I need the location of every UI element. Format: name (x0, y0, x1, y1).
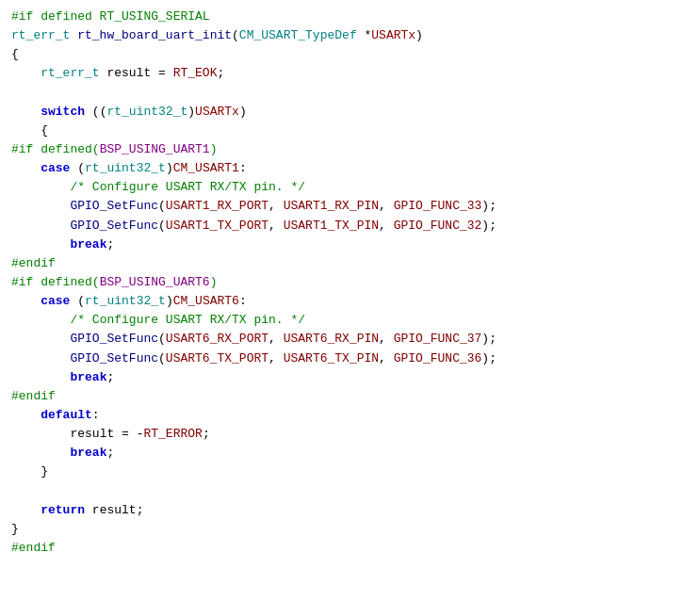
code-token: , (269, 332, 284, 346)
code-token (11, 294, 41, 308)
code-token: ) (187, 105, 195, 119)
code-line: rt_err_t rt_hw_board_uart_init(CM_USART_… (0, 26, 700, 45)
code-token: result = (100, 66, 173, 80)
code-token (11, 351, 70, 365)
code-line: GPIO_SetFunc(USART1_TX_PORT, USART1_TX_P… (0, 217, 700, 236)
code-token: { (11, 47, 19, 61)
code-token: GPIO_SetFunc (70, 199, 158, 213)
code-line: #endif (0, 539, 700, 558)
code-line: result = -RT_ERROR; (0, 425, 700, 444)
code-token: (( (85, 105, 106, 119)
code-token: #if defined( (11, 275, 100, 289)
code-token: USART6_RX_PORT (166, 332, 269, 346)
code-token: ( (158, 199, 166, 213)
code-token: USART6_TX_PORT (166, 351, 269, 365)
code-line: { (0, 45, 700, 64)
code-container: #if defined RT_USING_SERIALrt_err_t rt_h… (0, 0, 700, 565)
code-token (11, 237, 70, 252)
code-line: switch ((rt_uint32_t)USARTx) (0, 103, 700, 122)
code-line: rt_err_t result = RT_EOK; (0, 64, 700, 83)
code-token: : (239, 161, 247, 175)
code-token: CM_USART6 (173, 294, 239, 308)
code-line: GPIO_SetFunc(USART6_RX_PORT, USART6_RX_P… (0, 330, 700, 349)
code-token: GPIO_FUNC_36 (394, 351, 482, 365)
code-token: ; (106, 370, 114, 384)
code-token: RT_ERROR (143, 427, 202, 441)
code-token (11, 105, 41, 119)
code-token: } (11, 464, 48, 479)
code-line: default: (0, 406, 700, 425)
code-token: ( (70, 161, 85, 175)
code-line (0, 482, 700, 501)
code-token (11, 180, 70, 194)
code-token: CM_USART1 (173, 161, 239, 175)
code-token: : (239, 294, 247, 308)
code-token: USART1_RX_PORT (166, 199, 269, 213)
code-token: GPIO_SetFunc (70, 219, 158, 233)
code-token: USART6_TX_PIN (284, 351, 379, 365)
code-token: GPIO_SetFunc (70, 351, 158, 365)
code-token: break (70, 237, 106, 252)
code-token (11, 66, 41, 80)
code-token: USARTx (371, 28, 415, 42)
code-token: BSP_USING_UART6 (100, 275, 210, 289)
code-token: USART6_RX_PIN (284, 332, 379, 346)
code-token: #endif (11, 389, 56, 403)
code-token: default (41, 408, 92, 422)
code-line: case (rt_uint32_t)CM_USART1: (0, 159, 700, 178)
code-token (11, 408, 41, 422)
code-token (11, 313, 70, 327)
code-token: result; (85, 503, 143, 517)
code-line: #if defined(BSP_USING_UART1) (0, 140, 700, 159)
code-token: * (357, 28, 372, 42)
code-token: return (41, 503, 85, 517)
code-line: GPIO_SetFunc(USART6_TX_PORT, USART6_TX_P… (0, 349, 700, 368)
code-token: /* Configure USART RX/TX pin. */ (70, 313, 305, 327)
code-line: } (0, 463, 700, 481)
code-token: , (379, 332, 394, 346)
code-line: /* Configure USART RX/TX pin. */ (0, 311, 700, 330)
code-token (11, 219, 70, 233)
code-token (11, 332, 70, 346)
code-token: ) (166, 294, 173, 308)
code-token: GPIO_FUNC_37 (394, 332, 482, 346)
code-token: ( (158, 219, 166, 233)
code-token: case (41, 294, 70, 308)
code-line: break; (0, 236, 700, 254)
code-token: USART1_TX_PIN (284, 219, 379, 233)
code-token (11, 370, 70, 384)
code-token: { (11, 123, 48, 138)
code-token: , (269, 351, 284, 365)
code-token: ) (415, 28, 423, 42)
code-line: } (0, 520, 700, 539)
code-token: ) (210, 142, 218, 156)
code-token: ); (481, 199, 497, 213)
code-line: /* Configure USART RX/TX pin. */ (0, 178, 700, 197)
code-token: /* Configure USART RX/TX pin. */ (70, 180, 305, 194)
code-token: ( (70, 294, 85, 308)
code-line: break; (0, 444, 700, 463)
code-token: ); (481, 332, 497, 346)
code-token: , (269, 199, 284, 213)
code-token (11, 199, 70, 213)
code-token: USART1_TX_PORT (166, 219, 269, 233)
code-token: rt_uint32_t (85, 294, 166, 308)
code-token: ) (239, 105, 247, 119)
code-token (11, 446, 70, 460)
code-token: = - (114, 427, 143, 441)
code-token: , (379, 199, 394, 213)
code-token: result (70, 427, 114, 441)
code-line (0, 84, 700, 103)
code-line: break; (0, 368, 700, 387)
code-token: break (70, 446, 106, 460)
code-token: CM_USART_TypeDef (239, 28, 357, 42)
code-token: USARTx (195, 105, 239, 119)
code-token: GPIO_FUNC_33 (394, 199, 482, 213)
code-token: , (379, 219, 394, 233)
code-token: : (92, 408, 100, 422)
code-token (11, 161, 41, 175)
code-line: { (0, 122, 700, 140)
code-token: break (70, 370, 106, 384)
code-token: } (11, 522, 19, 536)
code-token: ; (203, 427, 210, 441)
